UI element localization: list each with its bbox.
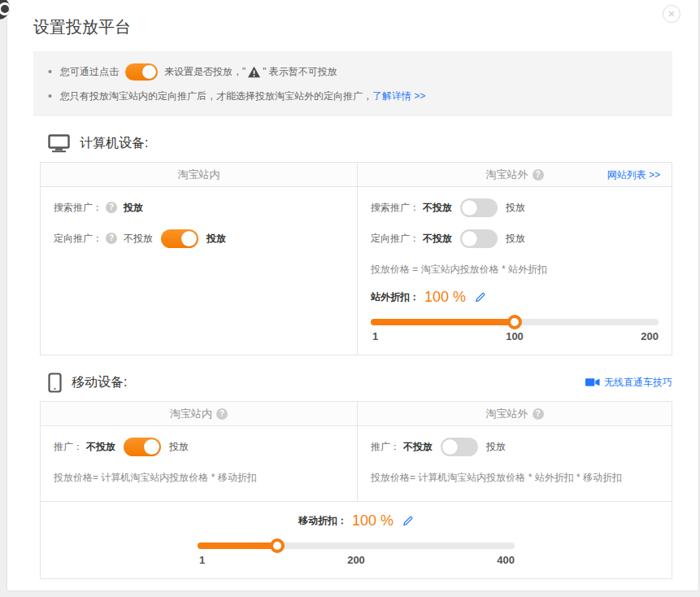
site-list-link[interactable]: 网站列表 >>: [607, 163, 660, 187]
state-on-label: 投放: [506, 232, 525, 246]
onsite-target-label: 定向推广：: [54, 232, 102, 246]
edit-pencil-icon[interactable]: [402, 515, 414, 527]
video-camera-icon: [585, 377, 600, 388]
state-on-label: 投放: [169, 440, 189, 454]
state-on-label: 投放: [207, 232, 226, 246]
help-icon[interactable]: ?: [106, 202, 117, 213]
mobile-offsite-promo-label: 推广：: [371, 440, 400, 454]
offsite-discount-label: 站外折扣：: [371, 290, 420, 304]
mobile-offsite-cell: 推广： 不投放 投放 投放价格= 计算机淘宝站内投放价格 * 站外折扣 * 移动…: [358, 426, 672, 501]
help-icon[interactable]: ?: [533, 408, 544, 420]
state-off-label: 不投放: [124, 232, 153, 246]
edit-pencil-icon[interactable]: [474, 291, 486, 303]
notice-line-1: • 您可通过点击 来设置是否投放，" " 表示暂不可投放: [48, 59, 658, 84]
mobile-offsite-header: 淘宝站外 ?: [358, 402, 672, 425]
toggle-knob: [462, 231, 477, 246]
mobile-table-header: 淘宝站内 ? 淘宝站外 ?: [41, 402, 672, 426]
offsite-discount-slider[interactable]: [371, 319, 659, 325]
mobile-onsite-promo-label: 推广：: [54, 440, 83, 454]
slider-fill: [371, 319, 515, 325]
page-title: 设置投放平台: [7, 0, 698, 38]
notice-line-2: • 您只有投放淘宝站内的定向推广后，才能选择投放淘宝站外的定向推广， 了解详情 …: [48, 84, 658, 108]
warning-triangle-icon: [247, 66, 261, 78]
offsite-search-label: 搜索推广：: [371, 201, 420, 215]
help-icon[interactable]: ?: [216, 408, 228, 420]
mobile-discount-label: 移动折扣：: [298, 514, 347, 528]
slider-handle[interactable]: [507, 315, 522, 329]
onsite-target-toggle[interactable]: [161, 229, 198, 248]
mobile-offsite-header-label: 淘宝站外: [486, 407, 528, 421]
state-on-label: 投放: [486, 440, 506, 454]
mobile-table-body: 推广： 不投放 投放 投放价格= 计算机淘宝站内投放价格 * 移动折扣 推广： …: [41, 426, 672, 501]
mobile-offsite-toggle[interactable]: [441, 438, 478, 456]
offsite-target-label: 定向推广：: [371, 232, 420, 246]
slider-fill: [198, 543, 277, 549]
toggle-knob: [144, 439, 159, 455]
mobile-slider-ticks: 1 200 400: [198, 554, 515, 570]
computer-icon: [48, 134, 70, 153]
offsite-price-formula: 投放价格 = 淘宝站内投放价格 * 站外折扣: [371, 254, 659, 285]
learn-more-link[interactable]: 了解详情 >>: [372, 84, 425, 108]
mobile-onsite-promo-row: 推广： 不投放 投放: [54, 431, 344, 462]
state-off-label: 不投放: [403, 440, 433, 454]
tick-max: 400: [497, 554, 515, 566]
computer-offsite-cell: 搜索推广： 不投放 投放 定向推广： 不投放 投放 投放价格 = 淘宝站内投放价…: [358, 187, 672, 355]
mobile-offsite-formula: 投放价格= 计算机淘宝站内投放价格 * 站外折扣 * 移动折扣: [371, 462, 659, 493]
mobile-onsite-toggle[interactable]: [124, 438, 161, 456]
computer-onsite-header-label: 淘宝站内: [178, 168, 220, 182]
computer-table: 淘宝站内 淘宝站外 ? 网站列表 >> 搜索推广： ? 投放 定向推广： ? 不…: [40, 162, 672, 355]
notice-1-post: " 表示暂不可投放: [263, 59, 337, 84]
notice-box: • 您可通过点击 来设置是否投放，" " 表示暂不可投放 • 您只有投放淘宝站内…: [33, 51, 672, 116]
mobile-onsite-cell: 推广： 不投放 投放 投放价格= 计算机淘宝站内投放价格 * 移动折扣: [41, 426, 358, 501]
mobile-discount-value: 100 %: [352, 512, 393, 529]
mobile-discount-slider[interactable]: [198, 543, 515, 549]
onsite-search-label: 搜索推广：: [54, 201, 102, 215]
offsite-target-toggle[interactable]: [460, 229, 498, 248]
close-icon[interactable]: ×: [663, 5, 680, 23]
help-icon[interactable]: ?: [533, 169, 544, 181]
computer-onsite-cell: 搜索推广： ? 投放 定向推广： ? 不投放 投放: [41, 187, 358, 355]
toggle-knob: [442, 439, 458, 455]
bullet-icon: •: [48, 59, 52, 84]
tick-max: 200: [641, 330, 659, 342]
computer-table-header: 淘宝站内 淘宝站外 ? 网站列表 >>: [41, 163, 672, 187]
offsite-target-row: 定向推广： 不投放 投放: [371, 223, 659, 254]
offsite-discount-row: 站外折扣： 100 %: [371, 285, 659, 309]
computer-onsite-header: 淘宝站内: [41, 163, 358, 186]
notice-2-text: 您只有投放淘宝站内的定向推广后，才能选择投放淘宝站外的定向推广，: [60, 84, 372, 108]
mobile-slider-wrap: 1 200 400: [198, 543, 515, 570]
computer-section-title: 计算机设备:: [80, 135, 148, 152]
state-off-label: 不投放: [423, 201, 452, 215]
offsite-search-toggle[interactable]: [460, 198, 498, 217]
state-off-label: 不投放: [423, 232, 452, 246]
computer-offsite-header-label: 淘宝站外: [486, 168, 528, 182]
tick-min: 1: [199, 554, 205, 566]
offsite-discount-value: 100 %: [424, 289, 466, 306]
toggle-knob: [181, 231, 197, 246]
computer-table-body: 搜索推广： ? 投放 定向推广： ? 不投放 投放 搜索推广： 不投放 投放: [41, 187, 672, 355]
mobile-onsite-header: 淘宝站内 ?: [41, 402, 358, 425]
mobile-section-title: 移动设备:: [72, 374, 127, 391]
tick-mid: 200: [347, 554, 365, 566]
offsite-search-row: 搜索推广： 不投放 投放: [371, 192, 659, 223]
tick-min: 1: [372, 330, 378, 342]
mobile-discount-row: 移动折扣： 100 %: [41, 508, 672, 533]
state-off-label: 不投放: [86, 440, 115, 454]
notice-1-pre: 您可通过点击: [60, 59, 119, 84]
offsite-slider-ticks: 1 100 200: [371, 330, 659, 346]
bullet-icon: •: [48, 84, 52, 108]
mobile-onsite-header-label: 淘宝站内: [170, 407, 212, 421]
onsite-search-row: 搜索推广： ? 投放: [54, 192, 344, 223]
onsite-search-value: 投放: [124, 201, 143, 215]
state-on-label: 投放: [506, 201, 525, 215]
mobile-section-header: 移动设备: 无线直通车技巧: [48, 370, 672, 394]
mobile-table: 淘宝站内 ? 淘宝站外 ? 推广： 不投放 投放 投放价格= 计算机淘宝站内投放…: [40, 401, 672, 579]
help-icon[interactable]: ?: [106, 233, 117, 244]
mobile-phone-icon: [48, 373, 62, 393]
wireless-tips-link[interactable]: 无线直通车技巧: [604, 376, 672, 390]
toggle-knob: [462, 200, 477, 216]
slider-handle[interactable]: [270, 538, 285, 553]
tick-mid: 100: [506, 330, 524, 342]
toggle-knob: [142, 65, 156, 79]
set-platform-dialog: × 设置投放平台 • 您可通过点击 来设置是否投放，" " 表示暂不可投放 • …: [7, 0, 699, 591]
